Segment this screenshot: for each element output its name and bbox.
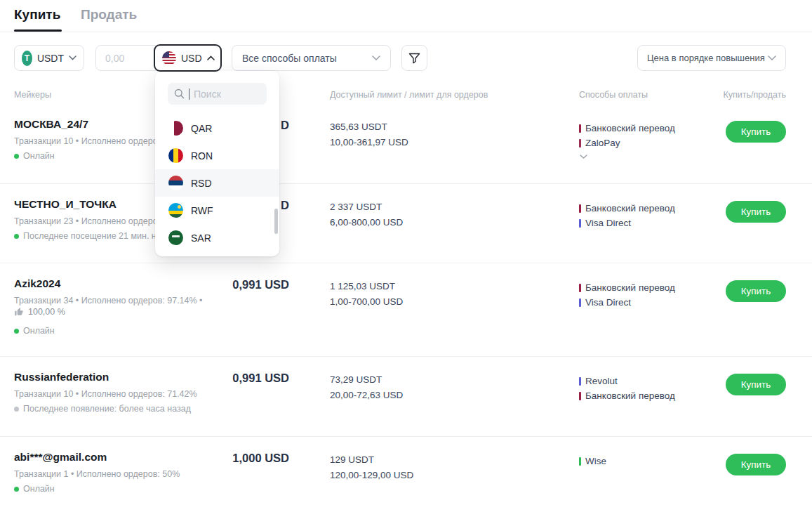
currency-dropdown: Поиск QAR RON RSD RWF SAR: [155, 71, 279, 256]
payment-bar: [579, 284, 581, 292]
buy-button[interactable]: Купить: [726, 374, 786, 395]
dropdown-scrollbar[interactable]: [274, 209, 278, 234]
currency-option-ron[interactable]: RON: [155, 142, 279, 169]
payment-bar: [579, 392, 581, 400]
sort-select-label: Цена в порядке повышения: [647, 53, 765, 63]
payment-bar: [579, 204, 581, 213]
maker-stats: Транзакции 1 • Исполнено ордеров: 50%: [14, 469, 180, 479]
payment-label: Банковский перевод: [585, 123, 675, 133]
header-action: Купить/продать: [723, 90, 786, 100]
serbia-flag-icon: [168, 176, 183, 190]
tab-buy[interactable]: Купить: [14, 7, 60, 22]
maker-stats: Транзакции 34 • Исполнено ордеров: 97.14…: [14, 296, 202, 306]
asset-select[interactable]: T USDT: [14, 45, 84, 71]
maker-status: Онлайн: [14, 326, 55, 336]
thumbs-up-icon: [14, 307, 24, 317]
us-flag-icon: [162, 51, 176, 65]
currency-option-rwf[interactable]: RWF: [155, 197, 279, 224]
maker-name[interactable]: Azik2024: [14, 277, 60, 290]
order-limit: 6,00-800,00 USD: [330, 215, 403, 230]
payment-label: Банковский перевод: [585, 390, 675, 401]
offer-limits: 129 USDT 120,00-129,00 USD: [330, 452, 413, 483]
p2p-market-page: Купить Продать T USDT 0,00 USD Все спосо…: [0, 0, 812, 512]
header-payments: Способы оплаты: [579, 90, 648, 100]
tabs-divider: [0, 32, 812, 32]
payment-label: Visa Direct: [585, 218, 631, 228]
maker-name[interactable]: МОСКВА_24/7: [14, 118, 88, 131]
buy-button[interactable]: Купить: [726, 121, 786, 143]
tether-icon: T: [22, 51, 32, 66]
fiat-select-label: USD: [181, 53, 202, 64]
payment-bar: [579, 219, 581, 228]
payment-label: Банковский перевод: [585, 203, 675, 214]
payment-label: Wise: [585, 456, 606, 466]
offer-limits: 365,63 USDT 10,00-361,97 USD: [330, 119, 408, 150]
payment-bar: [579, 298, 581, 307]
status-text: Последнее появление: более часа назад: [23, 404, 191, 414]
offer-row: Russianfederation Транзакции 10 • Исполн…: [0, 357, 812, 437]
currency-code: SAR: [191, 232, 211, 244]
status-text: Последнее посещение 21 мин. назад: [23, 231, 175, 241]
offline-dot-icon: [14, 407, 19, 412]
payment-label: Visa Direct: [585, 297, 631, 308]
search-icon: [174, 88, 185, 99]
text-caret: [189, 88, 189, 100]
maker-status: Онлайн: [14, 484, 55, 494]
header-limit: Доступный лимит / лимит для ордеров: [330, 90, 488, 100]
currency-code: RON: [191, 150, 213, 162]
available-amount: 365,63 USDT: [330, 119, 408, 135]
payment-bar: [579, 377, 581, 386]
payment-methods: Revolut Банковский перевод: [579, 374, 675, 403]
buy-button[interactable]: Купить: [726, 280, 786, 302]
offer-row: МОСКВА_24/7 Транзакции 10 • Исполнено ор…: [0, 104, 812, 184]
order-limit: 20,00-72,63 USD: [330, 388, 403, 403]
order-limit: 120,00-129,00 USD: [330, 468, 413, 483]
offer-row: ЧЕСТНО_И_ТОЧКА Транзакции 23 • Исполнено…: [0, 184, 812, 263]
payment-method-select[interactable]: Все способы оплаты: [232, 45, 391, 71]
search-placeholder: Поиск: [194, 88, 221, 100]
maker-name[interactable]: Russianfederation: [14, 371, 109, 383]
online-dot-icon: [14, 487, 19, 492]
offer-row: Azik2024 Транзакции 34 • Исполнено ордер…: [0, 263, 812, 357]
currency-code: QAR: [191, 123, 212, 134]
currency-search-input[interactable]: Поиск: [168, 83, 267, 105]
romania-flag-icon: [168, 148, 183, 163]
tab-sell[interactable]: Продать: [81, 7, 137, 22]
online-dot-icon: [14, 329, 19, 334]
currency-option-qar[interactable]: QAR: [155, 114, 279, 142]
offer-price: 0,991 USD: [204, 278, 289, 291]
rwanda-flag-icon: [168, 203, 183, 218]
status-text: Онлайн: [23, 151, 55, 161]
payment-bar: [579, 124, 581, 133]
maker-name[interactable]: abi***@gmail.com: [14, 451, 107, 464]
saudi-arabia-flag-icon: [168, 230, 183, 245]
online-dot-icon: [14, 154, 19, 159]
maker-stats: Транзакции 10 • Исполнено ордеров: 71.42…: [14, 389, 197, 399]
currency-option-rsd[interactable]: RSD: [155, 169, 279, 197]
available-amount: 73,29 USDT: [330, 372, 403, 388]
maker-name[interactable]: ЧЕСТНО_И_ТОЧКА: [14, 198, 117, 211]
buy-button[interactable]: Купить: [726, 201, 786, 223]
asset-select-label: USDT: [37, 53, 64, 64]
payment-label: ZaloPay: [585, 138, 620, 148]
chevron-down-icon: [768, 55, 776, 60]
payment-methods: Банковский перевод Visa Direct: [579, 280, 675, 310]
currency-code: RSD: [191, 178, 212, 189]
filter-button[interactable]: [401, 45, 427, 71]
currency-option-sar[interactable]: SAR: [155, 224, 279, 251]
maker-stats: Транзакции 10 • Исполнено ордеров:: [14, 136, 165, 146]
maker-stats: Транзакции 23 • Исполнено ордеров:: [14, 216, 165, 226]
fiat-select[interactable]: USD: [154, 44, 222, 72]
more-payments-chevron-icon[interactable]: [580, 155, 587, 159]
buy-button[interactable]: Купить: [726, 454, 786, 475]
sort-select[interactable]: Цена в порядке повышения: [637, 45, 786, 71]
payment-label: Банковский перевод: [585, 282, 675, 293]
payment-bar: [579, 457, 581, 466]
offer-limits: 1 125,03 USDT 1,00-700,00 USD: [330, 279, 403, 310]
order-limit: 10,00-361,97 USD: [330, 135, 408, 150]
funnel-icon: [408, 53, 420, 64]
rating-value: 100,00 %: [28, 307, 65, 317]
available-amount: 129 USDT: [330, 452, 413, 468]
amount-placeholder: 0,00: [105, 53, 124, 64]
maker-status: Онлайн: [14, 151, 55, 161]
